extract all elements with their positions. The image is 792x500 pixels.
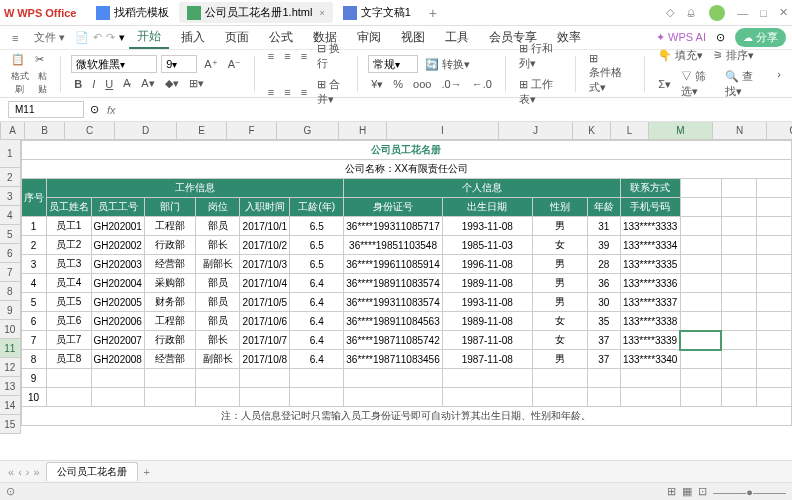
row-header[interactable]: 11 <box>0 339 21 358</box>
status-icon[interactable]: ⊙ <box>6 485 15 498</box>
sheet-nav-first-icon[interactable]: « <box>8 466 14 478</box>
paste-label[interactable]: 粘贴 <box>35 70 50 96</box>
row-header[interactable]: 10 <box>0 320 21 339</box>
formula-input[interactable] <box>124 104 784 116</box>
strike-icon[interactable]: A̶ <box>120 75 134 92</box>
menu-tools[interactable]: 工具 <box>437 27 477 48</box>
fill-button[interactable]: 👇 填充▾ <box>655 46 706 65</box>
fill-color-icon[interactable]: ◆▾ <box>162 75 182 92</box>
cut-icon[interactable]: ✂ <box>32 51 47 68</box>
sheet-nav-prev-icon[interactable]: ‹ <box>18 466 22 478</box>
row-header[interactable]: 9 <box>0 301 21 320</box>
align-center-icon[interactable]: ≡ <box>281 84 293 100</box>
file-tab[interactable]: 找稻壳模板 <box>88 2 177 23</box>
col-header[interactable]: G <box>277 122 339 139</box>
paste-icon[interactable]: 📋 <box>8 51 28 68</box>
dec-font-icon[interactable]: A⁻ <box>225 56 244 73</box>
percent-icon[interactable]: % <box>390 76 406 92</box>
more-icon[interactable]: ▾ <box>119 31 125 44</box>
dec-dec-icon[interactable]: ←.0 <box>469 76 495 92</box>
align-mid-icon[interactable]: ≡ <box>281 48 293 64</box>
font-color-icon[interactable]: A▾ <box>138 75 157 92</box>
redo-icon[interactable]: ↷ <box>106 31 115 44</box>
italic-icon[interactable]: I <box>89 76 98 92</box>
row-header[interactable]: 8 <box>0 282 21 301</box>
border-icon[interactable]: ⊞▾ <box>186 75 207 92</box>
align-top-icon[interactable]: ≡ <box>265 48 277 64</box>
number-format-select[interactable]: 常规 ▾ <box>368 55 418 73</box>
row-header[interactable]: 15 <box>0 415 21 434</box>
sheet-tab[interactable]: 公司员工花名册 <box>46 462 138 481</box>
save-icon[interactable]: 📄 <box>75 31 89 44</box>
sum-icon[interactable]: Σ▾ <box>655 76 674 93</box>
col-header[interactable]: H <box>339 122 387 139</box>
cond-fmt-button[interactable]: ⊞条件格式▾ <box>586 50 634 97</box>
sheet-nav-last-icon[interactable]: » <box>33 466 39 478</box>
fx-icon[interactable]: fx <box>107 104 116 116</box>
menu-insert[interactable]: 插入 <box>173 27 213 48</box>
row-header[interactable]: 4 <box>0 206 21 225</box>
font-size-select[interactable]: 9 ▾ <box>161 55 197 73</box>
bell-icon[interactable]: 🕭 <box>686 7 697 19</box>
add-tab-button[interactable]: + <box>421 5 445 21</box>
underline-icon[interactable]: U <box>102 76 116 92</box>
col-header[interactable]: M <box>649 122 713 139</box>
maximize-button[interactable]: □ <box>760 7 767 19</box>
convert-icon[interactable]: 🔄 转换▾ <box>422 55 473 74</box>
currency-icon[interactable]: ¥▾ <box>368 76 386 93</box>
dec-inc-icon[interactable]: .0→ <box>438 76 464 92</box>
col-header[interactable]: F <box>227 122 277 139</box>
close-icon[interactable]: × <box>319 8 324 18</box>
expand-icon[interactable]: › <box>774 66 784 82</box>
undo-icon[interactable]: ↶ <box>93 31 102 44</box>
view-normal-icon[interactable]: ⊞ <box>667 485 676 498</box>
zoom-slider[interactable]: ———●——— <box>713 486 786 498</box>
row-header[interactable]: 12 <box>0 358 21 377</box>
align-bot-icon[interactable]: ≡ <box>298 48 310 64</box>
align-left-icon[interactable]: ≡ <box>265 84 277 100</box>
view-break-icon[interactable]: ⊡ <box>698 485 707 498</box>
msg-icon[interactable]: ◇ <box>666 6 674 19</box>
menu-view[interactable]: 视图 <box>393 27 433 48</box>
inc-font-icon[interactable]: A⁺ <box>201 56 220 73</box>
find-button[interactable]: 🔍 查找▾ <box>722 67 764 101</box>
menu-start[interactable]: 开始 <box>129 26 169 49</box>
row-header[interactable]: 1 <box>0 140 21 168</box>
align-right-icon[interactable]: ≡ <box>298 84 310 100</box>
row-header[interactable]: 7 <box>0 263 21 282</box>
cell-name-box[interactable]: M11 <box>8 101 84 118</box>
col-header[interactable]: J <box>499 122 573 139</box>
file-menu[interactable]: 文件 ▾ <box>28 28 71 47</box>
bold-icon[interactable]: B <box>71 76 85 92</box>
menu-page[interactable]: 页面 <box>217 27 257 48</box>
wps-ai-button[interactable]: ✦ WPS AI <box>656 31 706 44</box>
row-header[interactable]: 13 <box>0 377 21 396</box>
add-sheet-button[interactable]: + <box>144 466 150 478</box>
col-header[interactable]: N <box>713 122 767 139</box>
col-header[interactable]: C <box>65 122 115 139</box>
sheet-nav-next-icon[interactable]: › <box>26 466 30 478</box>
share-button[interactable]: ☁ 分享 <box>735 28 786 47</box>
row-header[interactable]: 5 <box>0 225 21 244</box>
col-header[interactable]: K <box>573 122 611 139</box>
col-header[interactable]: B <box>25 122 65 139</box>
col-header[interactable]: E <box>177 122 227 139</box>
format-brush-label[interactable]: 格式刷 <box>8 70 31 96</box>
cells-area[interactable]: 公司员工花名册公司名称：XX有限责任公司序号工作信息个人信息联系方式员工姓名员工… <box>21 140 792 434</box>
hamburger-icon[interactable]: ≡ <box>6 30 24 46</box>
col-header[interactable]: I <box>387 122 499 139</box>
col-header[interactable]: D <box>115 122 177 139</box>
row-header[interactable]: 14 <box>0 396 21 415</box>
close-button[interactable]: ✕ <box>779 6 788 19</box>
comma-icon[interactable]: ооо <box>410 76 434 92</box>
sort-button[interactable]: ⚞ 排序▾ <box>710 46 757 65</box>
rowcol-button[interactable]: ⊞ 行和列▾ <box>516 39 565 73</box>
avatar-icon[interactable] <box>709 5 725 21</box>
filter-icon[interactable]: ▽ 筛选▾ <box>678 67 718 101</box>
search-icon[interactable]: ⊙ <box>716 31 725 44</box>
wrap-button[interactable]: ⊟ 换行 <box>314 39 347 73</box>
file-tab[interactable]: 文字文稿1 <box>335 2 419 23</box>
font-name-select[interactable]: 微软雅黑 ▾ <box>71 55 157 73</box>
row-header[interactable]: 2 <box>0 168 21 187</box>
col-header[interactable]: L <box>611 122 649 139</box>
